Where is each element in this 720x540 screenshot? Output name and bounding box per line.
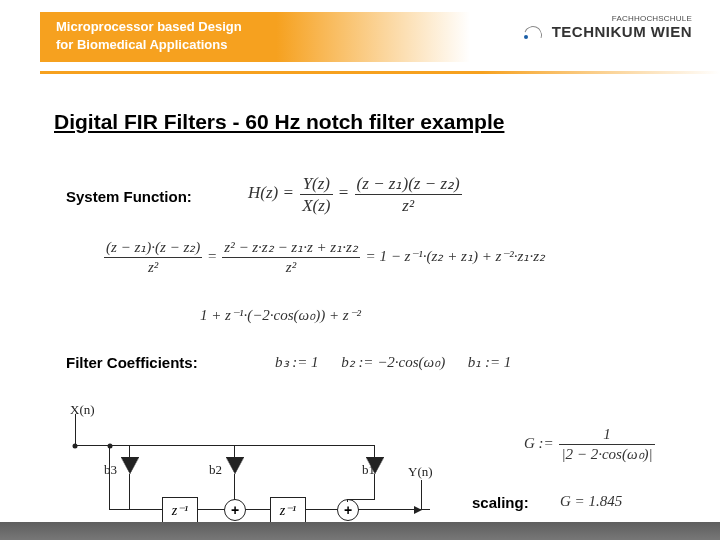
eq-b3: b₃ := 1 bbox=[275, 354, 319, 370]
label-scaling: scaling: bbox=[472, 494, 529, 511]
eq-b2: b₂ := −2·cos(ω₀) bbox=[341, 354, 445, 370]
equation-simplified: 1 + z⁻¹·(−2·cos(ω₀)) + z⁻² bbox=[200, 306, 361, 324]
sum-2: + bbox=[337, 499, 359, 521]
eq-b1: b₁ := 1 bbox=[468, 354, 512, 370]
gain-b3-icon bbox=[121, 458, 139, 474]
diagram-label-x: X(n) bbox=[70, 402, 95, 418]
eq-expand-mid-n: z² − z·z₂ − z₁·z + z₁·z₂ bbox=[222, 240, 359, 257]
course-title-line1: Microprocessor based Design bbox=[56, 19, 242, 34]
header: Microprocessor based Design for Biomedic… bbox=[0, 0, 720, 74]
label-system-function: System Function: bbox=[66, 188, 192, 205]
equation-coefficients: b₃ := 1 b₂ := −2·cos(ω₀) b₁ := 1 bbox=[275, 353, 511, 371]
logo-big-text: TECHNIKUM WIEN bbox=[542, 23, 692, 40]
eq-G-den: |2 − 2·cos(ω₀)| bbox=[559, 444, 654, 462]
logo-icon bbox=[524, 26, 540, 42]
course-title-band: Microprocessor based Design for Biomedic… bbox=[40, 12, 470, 62]
eq-expand-lhs-d: z² bbox=[104, 257, 202, 275]
delay-z2: z⁻¹ bbox=[270, 497, 306, 523]
footer-bar bbox=[0, 522, 720, 540]
eq-H-lhs: H(z) = bbox=[248, 183, 294, 202]
eq-H-rhs-num: (z − z₁)(z − z₂) bbox=[355, 175, 462, 194]
equation-H: H(z) = Y(z) X(z) = (z − z₁)(z − z₂) z² bbox=[248, 175, 464, 214]
course-title-line2: for Biomedical Applications bbox=[56, 37, 227, 52]
eq-G-lhs: G := bbox=[524, 435, 554, 451]
university-logo: FACHHOCHSCHULE TECHNIKUM WIEN bbox=[542, 14, 692, 62]
diagram-label-b2: b2 bbox=[209, 462, 222, 478]
equation-G-value: G = 1.845 bbox=[560, 493, 622, 510]
page-title: Digital FIR Filters - 60 Hz notch filter… bbox=[54, 110, 504, 134]
eq-expand-mid-d: z² bbox=[222, 257, 359, 275]
block-diagram: X(n) b3 z⁻¹ + b2 z⁻¹ + bbox=[70, 402, 440, 530]
header-rule bbox=[40, 71, 720, 74]
equation-expand: (z − z₁)·(z − z₂) z² = z² − z·z₂ − z₁·z … bbox=[102, 240, 545, 275]
gain-b2-icon bbox=[226, 458, 244, 474]
eq-H-mid-den: X(z) bbox=[300, 194, 332, 214]
eq-H-mid-num: Y(z) bbox=[300, 175, 332, 194]
eq-expand-rhs: = 1 − z⁻¹·(z₂ + z₁) + z⁻²·z₁·z₂ bbox=[366, 248, 546, 264]
eq-G-num: 1 bbox=[559, 427, 654, 444]
logo-small-text: FACHHOCHSCHULE bbox=[542, 14, 692, 23]
sum-1: + bbox=[224, 499, 246, 521]
slide: Microprocessor based Design for Biomedic… bbox=[0, 0, 720, 540]
diagram-label-y: Y(n) bbox=[408, 464, 433, 480]
equation-G: G := 1 |2 − 2·cos(ω₀)| bbox=[524, 427, 657, 462]
diagram-label-b1: b1 bbox=[362, 462, 375, 478]
delay-z1: z⁻¹ bbox=[162, 497, 198, 523]
diagram-label-b3: b3 bbox=[104, 462, 117, 478]
label-filter-coefficients: Filter Coefficients: bbox=[66, 354, 198, 371]
eq-expand-lhs-n: (z − z₁)·(z − z₂) bbox=[104, 240, 202, 257]
eq-H-rhs-den: z² bbox=[355, 194, 462, 214]
